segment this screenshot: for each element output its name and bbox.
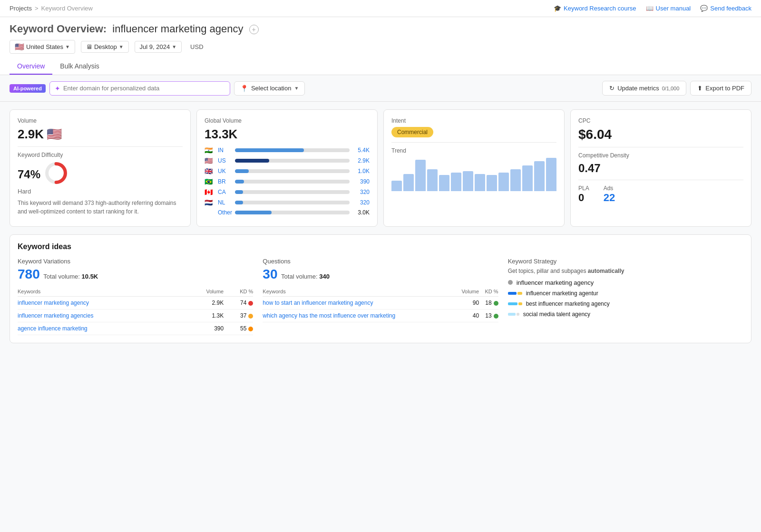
gv-bar-bg [235,190,350,194]
gv-bar [235,169,249,173]
gv-bar-bg [235,169,350,173]
tab-overview[interactable]: Overview [10,58,52,75]
strategy-bar [518,302,522,305]
kd-value: 74% [18,161,183,188]
date-caret-icon: ▼ [172,44,176,49]
gv-code: UK [218,168,231,174]
export-icon: ⬆ [697,85,702,92]
cd-label: Competitive Density [578,152,743,159]
trend-bar [439,175,449,191]
gv-row: 🇮🇳 IN 5.4K [205,146,370,154]
export-pdf-btn[interactable]: ⬆ Export to PDF [690,81,751,96]
select-location-btn[interactable]: 📍 Select location ▼ [234,81,305,96]
intent-trend-card: Intent Commercial Trend [383,109,565,227]
pla-label: PLA [578,185,589,192]
add-keyword-btn[interactable]: + [249,25,259,34]
device-caret-icon: ▼ [119,44,124,49]
location-pin-icon: 📍 [240,85,248,92]
refresh-icon: ↻ [609,85,615,92]
strategy-title: Keyword Strategy [508,258,743,265]
manual-link[interactable]: 📖 User manual [646,5,691,12]
trend-bar [475,174,485,191]
trend-bar [546,158,556,191]
cpc-value: $6.04 [578,127,743,142]
device-filter[interactable]: 🖥 Desktop ▼ [81,41,129,53]
course-icon: 🎓 [554,5,561,12]
breadcrumb: Projects > Keyword Overview [10,5,93,12]
kw-link[interactable]: agence influence marketing [18,325,88,332]
gv-code: CA [218,189,231,195]
q-vol-header: Volume [454,287,479,297]
gv-bar [235,190,243,194]
gv-bar-bg [235,201,350,204]
strategy-root: influencer marketing agency [508,279,743,286]
kw-link[interactable]: which agency has the most influence over… [263,312,395,319]
gv-flag: 🇳🇱 [205,199,214,206]
pla-value: 0 [578,192,589,204]
ads-value: 22 [604,192,615,204]
questions-col: Questions 30 Total volume: 340 Keywords … [263,258,498,335]
trend-bar [534,161,545,191]
strategy-item: influencer marketing agentur [508,290,743,297]
gv-bar-bg [235,148,350,152]
strategy-bar [517,313,519,316]
domain-input[interactable] [63,85,225,92]
location-filter[interactable]: 🇺🇸 United States ▼ [10,40,75,54]
strategy-desc: Get topics, pillar and subpages automati… [508,268,743,274]
date-filter[interactable]: Jul 9, 2024 ▼ [135,41,182,53]
ideas-title: Keyword ideas [18,242,743,251]
variations-col: Keyword Variations 780 Total volume: 10.… [18,258,253,335]
kw-link[interactable]: how to start an influencer marketing age… [263,300,373,306]
gv-num: 3.0K [353,209,370,216]
ideas-grid: Keyword Variations 780 Total volume: 10.… [18,258,743,335]
strategy-item: best influencer marketing agency [508,300,743,307]
domain-input-wrap[interactable]: ✦ [49,81,230,96]
desktop-icon: 🖥 [86,43,92,50]
toolbar: AI-powered ✦ 📍 Select location ▼ ↻ Updat… [0,75,761,102]
trend-chart [391,158,556,191]
strategy-item: social media talent agency [508,311,743,318]
update-metrics-btn[interactable]: ↻ Update metrics 0/1,000 [602,81,686,96]
feedback-link[interactable]: 💬 Send feedback [700,5,751,12]
table-row: agence influence marketing 390 55 [18,322,253,335]
course-link[interactable]: 🎓 Keyword Research course [554,5,636,12]
trend-bar [487,175,497,191]
tab-bulk-analysis[interactable]: Bulk Analysis [52,58,107,75]
intent-label: Intent [391,117,556,124]
kd-dot [248,301,253,306]
table-row: influencer marketing agency 2.9K 74 [18,297,253,310]
trend-label: Trend [391,147,556,154]
sparkle-icon: ✦ [55,85,60,92]
feedback-icon: 💬 [700,5,708,12]
gv-row: 🇧🇷 BR 390 [205,178,370,185]
trend-bar [415,160,426,191]
gv-code: IN [218,147,231,154]
page-header: Keyword Overview: influencer marketing a… [0,17,761,75]
variations-title: Keyword Variations [18,258,253,265]
kw-link[interactable]: influencer marketing agency [18,300,89,306]
location-caret-icon: ▼ [65,44,70,49]
strategy-item-label: best influencer marketing agency [526,300,610,307]
variations-table: Keywords Volume KD % influencer marketin… [18,287,253,335]
gv-bar [235,201,243,204]
table-row: influencer marketing agencies 1.3K 37 [18,310,253,322]
top-nav: Projects > Keyword Overview 🎓 Keyword Re… [0,0,761,17]
gv-bar [235,159,269,163]
questions-summary: 30 Total volume: 340 [263,267,498,282]
breadcrumb-separator: > [35,5,39,12]
trend-bar [403,174,414,191]
volume-card: Volume 2.9K 🇺🇸 Keyword Difficulty 74% Ha… [10,109,191,227]
gv-bar-bg [235,211,350,214]
cards-grid: Volume 2.9K 🇺🇸 Keyword Difficulty 74% Ha… [0,102,761,234]
tabs-row: Overview Bulk Analysis [10,58,751,75]
breadcrumb-current: Keyword Overview [41,5,93,12]
breadcrumb-projects[interactable]: Projects [10,5,32,12]
location-caret-icon: ▼ [294,86,299,91]
kd-dot [494,314,498,319]
kw-link[interactable]: influencer marketing agencies [18,312,93,319]
var-kw-header: Keywords [18,287,185,297]
strategy-col: Keyword Strategy Get topics, pillar and … [508,258,743,335]
gv-flag: 🇺🇸 [205,157,214,164]
strategy-bar-group [508,302,522,305]
gv-bar-bg [235,159,350,163]
